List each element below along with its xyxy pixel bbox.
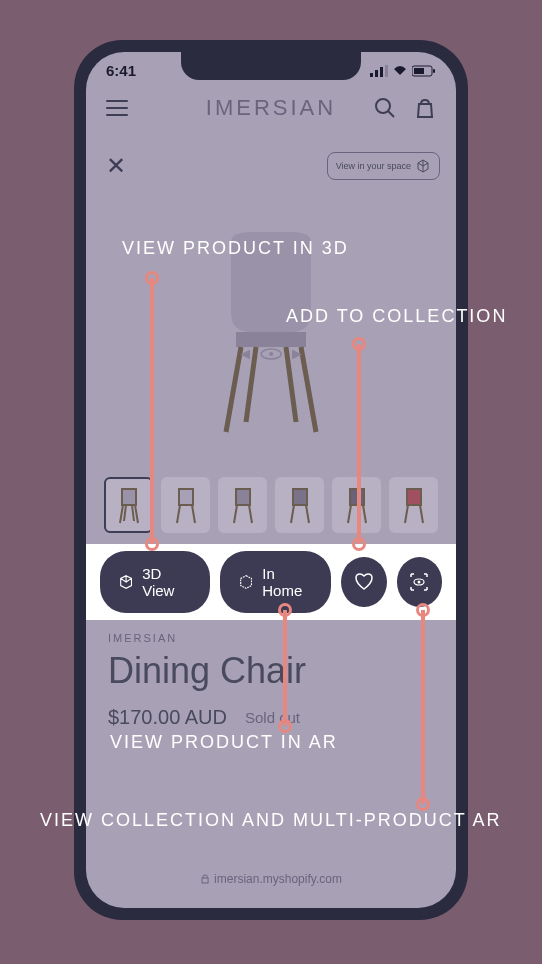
svg-rect-1 xyxy=(375,70,378,77)
url-text: imersian.myshopify.com xyxy=(214,872,342,886)
phone-notch xyxy=(181,52,361,80)
view-3d-button[interactable]: 3D View xyxy=(100,551,210,613)
connector-line xyxy=(283,610,287,726)
connector-line xyxy=(421,610,425,804)
rotate-hint: ◄ ► xyxy=(237,342,305,366)
favorite-button[interactable] xyxy=(341,557,386,607)
view-in-space-label: View in your space xyxy=(336,161,411,171)
thumbnail-1[interactable] xyxy=(104,477,153,533)
connector-end xyxy=(416,797,430,811)
svg-rect-3 xyxy=(385,65,388,77)
close-button[interactable]: ✕ xyxy=(106,152,126,180)
connector-end xyxy=(145,271,159,285)
cube-icon xyxy=(415,158,431,174)
in-home-label: In Home xyxy=(262,565,313,599)
thumbnail-strip xyxy=(96,477,446,533)
eye-scan-icon xyxy=(408,571,430,593)
view-3d-label: 3D View xyxy=(142,565,192,599)
view-in-space-button[interactable]: View in your space xyxy=(327,152,440,180)
bag-icon[interactable] xyxy=(414,97,436,119)
in-home-button[interactable]: In Home xyxy=(220,551,331,613)
svg-point-7 xyxy=(376,99,390,113)
view-collection-button[interactable] xyxy=(397,557,442,607)
svg-point-14 xyxy=(269,352,273,356)
thumbnail-6[interactable] xyxy=(389,477,438,533)
connector-end xyxy=(416,603,430,617)
svg-rect-6 xyxy=(433,69,435,73)
product-info: IMERSIAN Dining Chair $170.00 AUD Sold o… xyxy=(108,632,306,729)
search-icon[interactable] xyxy=(374,97,396,119)
svg-rect-0 xyxy=(370,73,373,77)
annotation-add-collection: ADD TO COLLECTION xyxy=(286,306,507,327)
action-bar: 3D View In Home xyxy=(86,544,456,620)
annotation-multi-ar: VIEW COLLECTION AND MULTI-PRODUCT AR xyxy=(40,810,501,831)
heart-icon xyxy=(353,571,375,593)
brand-logo: IMERSIAN xyxy=(206,95,336,121)
product-price: $170.00 AUD xyxy=(108,706,227,729)
lock-icon xyxy=(200,874,210,884)
battery-icon xyxy=(412,65,436,77)
url-bar: imersian.myshopify.com xyxy=(200,872,342,886)
ar-icon xyxy=(238,573,254,591)
svg-rect-2 xyxy=(380,67,383,77)
status-time: 6:41 xyxy=(106,62,136,79)
app-header: IMERSIAN xyxy=(86,83,456,133)
connector-line xyxy=(357,344,361,544)
cube-3d-icon xyxy=(118,573,134,591)
product-title: Dining Chair xyxy=(108,650,306,692)
annotation-view-ar: VIEW PRODUCT IN AR xyxy=(110,732,338,753)
product-brand: IMERSIAN xyxy=(108,632,306,644)
svg-point-16 xyxy=(418,581,421,584)
wifi-icon xyxy=(392,65,408,77)
connector-end xyxy=(352,537,366,551)
connector-line xyxy=(150,278,154,544)
connector-end xyxy=(278,719,292,733)
connector-end xyxy=(352,337,366,351)
svg-rect-17 xyxy=(202,878,208,883)
rotate-360-icon xyxy=(259,342,283,366)
svg-line-8 xyxy=(388,111,394,117)
status-icons xyxy=(370,65,436,77)
svg-rect-5 xyxy=(414,68,424,74)
connector-end xyxy=(145,537,159,551)
annotation-view-3d: VIEW PRODUCT IN 3D xyxy=(122,238,349,259)
connector-end xyxy=(278,603,292,617)
menu-icon[interactable] xyxy=(106,100,128,116)
signal-icon xyxy=(370,65,388,77)
phone-frame: 6:41 IMERSIAN ✕ View in your space xyxy=(74,40,468,920)
thumbnail-3[interactable] xyxy=(218,477,267,533)
phone-screen: 6:41 IMERSIAN ✕ View in your space xyxy=(86,52,456,908)
thumbnail-2[interactable] xyxy=(161,477,210,533)
thumbnail-4[interactable] xyxy=(275,477,324,533)
